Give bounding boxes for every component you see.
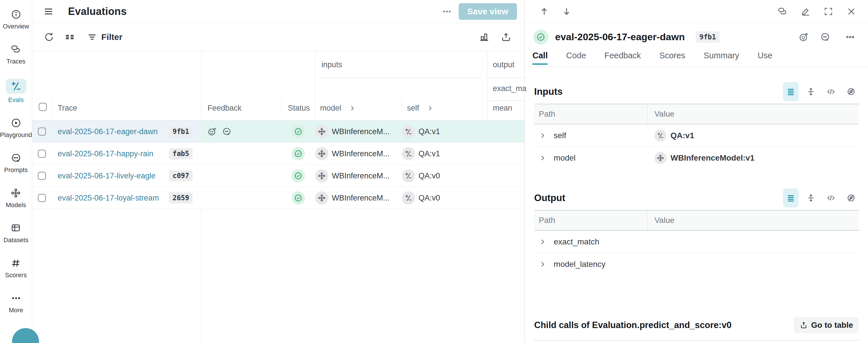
sidebar-item-overview[interactable]: Overview: [3, 9, 29, 30]
model-ref-label[interactable]: WBInferenceM...: [332, 127, 390, 136]
sidebar-item-prompts[interactable]: Prompts: [4, 152, 28, 174]
trace-id-badge: 9fb1: [169, 126, 193, 137]
trace-link[interactable]: eval-2025-06-17-loyal-stream: [58, 194, 159, 202]
model-object-icon: [654, 152, 666, 164]
export-icon[interactable]: [499, 30, 513, 44]
table-row[interactable]: eval-2025-06-17-happy-rain fab5 WBInfere…: [32, 143, 524, 165]
chevron-right-icon: [427, 105, 433, 112]
column-header-feedback[interactable]: Feedback: [208, 104, 242, 113]
expand-chevron-icon[interactable]: [539, 154, 546, 162]
fullscreen-icon[interactable]: [822, 5, 835, 18]
column-header-self-label: self: [407, 104, 419, 113]
scorer-plus-minus-icon: [654, 130, 666, 142]
tab-code[interactable]: Code: [566, 51, 586, 64]
column-header-trace[interactable]: Trace: [58, 104, 77, 113]
column-group-output: output: [493, 60, 515, 69]
next-call-down-icon[interactable]: [560, 5, 573, 18]
sidebar-item-datasets[interactable]: Datasets: [3, 222, 28, 244]
status-success-icon: [291, 147, 305, 160]
expand-collapse-icon[interactable]: [803, 82, 818, 101]
column-header-status[interactable]: Status: [288, 104, 310, 113]
sidebar-item-traces[interactable]: Traces: [6, 44, 25, 65]
hide-values-eye-off-icon[interactable]: [843, 189, 859, 207]
code-view-icon[interactable]: [823, 189, 839, 207]
column-header-model[interactable]: model: [320, 104, 355, 113]
column-header-self[interactable]: self: [407, 104, 433, 113]
self-ref-label[interactable]: QA:v1: [418, 149, 440, 158]
row-checkbox[interactable]: [38, 150, 46, 158]
add-reaction-icon[interactable]: [208, 127, 217, 136]
hamburger-menu-icon[interactable]: [42, 5, 55, 18]
self-ref-label[interactable]: QA:v0: [418, 194, 440, 202]
column-header-model-label: model: [320, 104, 341, 113]
select-all-checkbox[interactable]: [39, 103, 47, 111]
save-view-button[interactable]: Save view: [459, 3, 517, 20]
expanded-view-icon[interactable]: [783, 82, 799, 101]
tab-feedback[interactable]: Feedback: [604, 51, 641, 64]
row-checkbox[interactable]: [38, 127, 46, 136]
sidebar-item-models[interactable]: Models: [6, 187, 26, 209]
call-id-badge: 9fb1: [696, 31, 720, 43]
add-reaction-icon[interactable]: [797, 31, 810, 44]
overflow-menu-icon[interactable]: [438, 7, 456, 17]
more-options-icon[interactable]: [844, 31, 857, 44]
self-ref-label[interactable]: QA:v0: [418, 171, 440, 180]
call-detail-panel: eval-2025-06-17-eager-dawn 9fb1 Call Cod…: [524, 0, 868, 343]
table-row[interactable]: eval-2025-06-17-lively-eagle c097 WBInfe…: [32, 165, 524, 187]
table-row[interactable]: eval-2025-06-17-eager-dawn 9fb1 WBInfere…: [32, 121, 524, 143]
input-path: model: [554, 153, 576, 163]
open-in-traces-icon[interactable]: [776, 5, 789, 18]
tab-call[interactable]: Call: [532, 51, 548, 64]
input-value-ref[interactable]: WBInferenceModel:v1: [671, 153, 755, 163]
chart-view-icon[interactable]: [477, 30, 491, 44]
model-ref-label[interactable]: WBInferenceM...: [332, 149, 390, 158]
tab-scores[interactable]: Scores: [659, 51, 685, 64]
open-export-icon: [800, 321, 808, 329]
model-object-icon: [315, 169, 329, 182]
expand-chevron-icon[interactable]: [539, 132, 546, 139]
sidebar-item-label: Evals: [8, 96, 24, 104]
expand-chevron-icon[interactable]: [539, 261, 546, 268]
comment-icon[interactable]: [222, 127, 231, 136]
sidebar-item-label: More: [9, 307, 23, 314]
model-ref-label[interactable]: WBInferenceM...: [332, 171, 390, 180]
path-column-header: Path: [539, 110, 555, 119]
sidebar-item-evals[interactable]: Evals: [6, 79, 26, 104]
scorer-plus-minus-icon: [402, 169, 415, 182]
table-row[interactable]: eval-2025-06-17-loyal-stream 2659 WBInfe…: [32, 187, 524, 209]
trace-link[interactable]: eval-2025-06-17-eager-dawn: [58, 127, 158, 136]
self-ref-label[interactable]: QA:v1: [418, 127, 440, 136]
code-view-icon[interactable]: [823, 82, 839, 101]
model-ref-label[interactable]: WBInferenceM...: [332, 194, 390, 202]
close-panel-icon[interactable]: [845, 5, 858, 18]
column-divider: [201, 209, 202, 343]
prev-call-up-icon[interactable]: [538, 5, 551, 18]
sidebar-item-more[interactable]: More: [9, 292, 23, 314]
filter-button[interactable]: Filter: [87, 32, 122, 42]
output-path: exact_match: [554, 237, 599, 247]
tab-use[interactable]: Use: [757, 51, 772, 64]
tab-summary[interactable]: Summary: [704, 51, 739, 64]
panel-header: eval-2025-06-17-eager-dawn 9fb1: [525, 23, 868, 51]
trace-link[interactable]: eval-2025-06-17-happy-rain: [58, 149, 153, 158]
value-column-header: Value: [654, 216, 675, 225]
row-checkbox[interactable]: [38, 194, 46, 202]
column-settings-icon[interactable]: [63, 30, 76, 44]
column-header-mean[interactable]: mean: [493, 104, 513, 113]
sidebar-item-scorers[interactable]: Scorers: [5, 257, 27, 279]
edit-pencil-icon[interactable]: [799, 5, 812, 18]
row-checkbox[interactable]: [38, 172, 46, 180]
sidebar-item-playground[interactable]: Playground: [0, 117, 32, 139]
expand-chevron-icon[interactable]: [539, 238, 546, 246]
go-to-table-button[interactable]: Go to table: [794, 317, 859, 333]
filter-label: Filter: [101, 32, 122, 42]
output-path: model_latency: [554, 260, 606, 269]
comment-icon[interactable]: [818, 31, 831, 44]
input-value-ref[interactable]: QA:v1: [671, 131, 694, 140]
model-object-icon: [315, 125, 329, 138]
expand-collapse-icon[interactable]: [803, 189, 818, 207]
hide-values-eye-off-icon[interactable]: [843, 82, 859, 101]
expanded-view-icon[interactable]: [783, 189, 799, 207]
refresh-icon[interactable]: [42, 30, 56, 44]
trace-link[interactable]: eval-2025-06-17-lively-eagle: [58, 171, 156, 180]
